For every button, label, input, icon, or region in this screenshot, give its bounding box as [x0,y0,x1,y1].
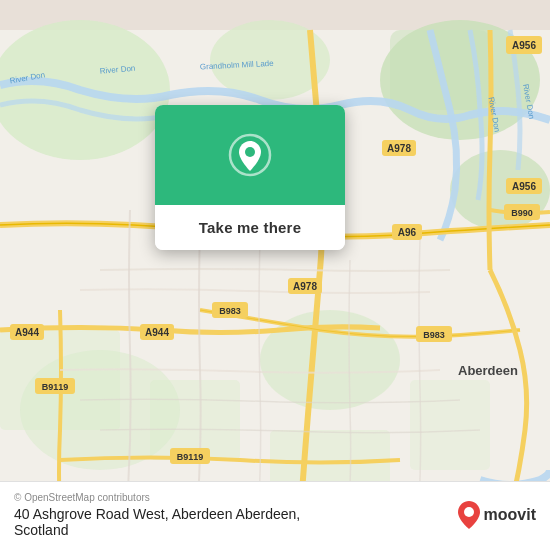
take-me-there-button[interactable]: Take me there [155,205,345,250]
road-label-a944-mid: A944 [145,327,169,338]
copyright-text: © OpenStreetMap contributors [14,492,458,503]
road-label-a956-right: A956 [512,181,536,192]
bottom-bar: © OpenStreetMap contributors 40 Ashgrove… [0,481,550,550]
road-label-a944-left: A944 [15,327,39,338]
location-pin-icon [228,133,272,177]
road-label-b983-left: B983 [219,306,241,316]
svg-point-26 [245,147,255,157]
road-label-b990: B990 [511,208,533,218]
road-label-b9119-bot: B9119 [177,452,204,462]
map-container: A956 A96 A978 A978 A944 A944 B9119 B9119… [0,0,550,550]
popup-card: Take me there [155,105,345,250]
moovit-logo: moovit [458,501,536,529]
road-label-b9119-left: B9119 [42,382,69,392]
address-text-line2: Scotland [14,522,458,538]
svg-rect-11 [410,380,490,470]
road-label-b983-right: B983 [423,330,445,340]
road-label-a96: A96 [398,227,417,238]
road-label-a978-mid: A978 [293,281,317,292]
address-area: © OpenStreetMap contributors 40 Ashgrove… [14,492,458,538]
moovit-pin-icon [458,501,480,529]
popup-green-area [155,105,345,205]
road-label-a956-top: A956 [512,40,536,51]
svg-point-27 [464,507,474,517]
address-text: 40 Ashgrove Road West, Aberdeen Aberdeen… [14,506,458,522]
moovit-text: moovit [484,506,536,524]
aberdeen-label: Aberdeen [458,363,518,378]
map-background: A956 A96 A978 A978 A944 A944 B9119 B9119… [0,0,550,550]
road-label-a978-top: A978 [387,143,411,154]
